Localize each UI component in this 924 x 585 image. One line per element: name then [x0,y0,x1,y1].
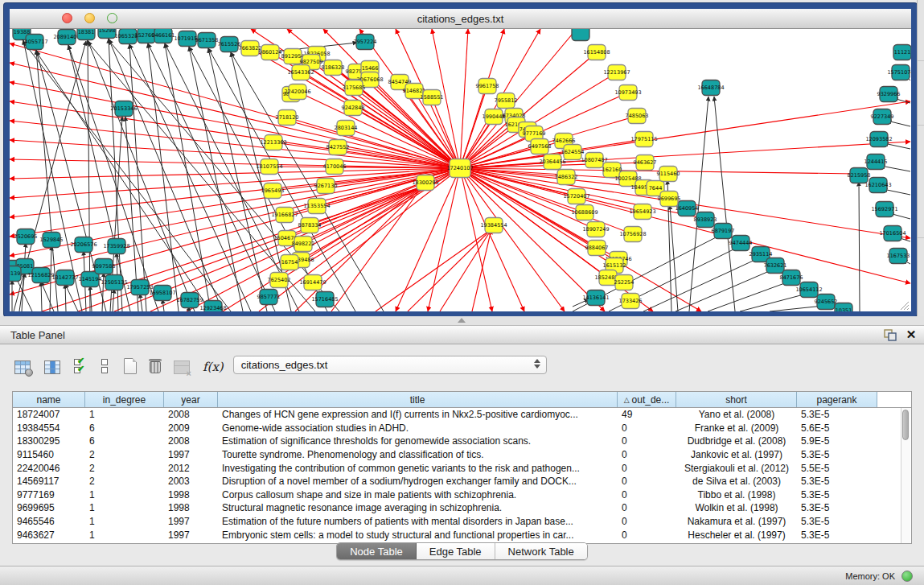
graph-node[interactable]: 10973493 [614,85,641,101]
table-row[interactable]: 2242004622012Investigating the contribut… [13,461,911,475]
graph-node[interactable]: 2520695 [14,229,38,245]
delete-column-button[interactable] [149,355,162,374]
graph-node[interactable]: 10756928 [619,227,646,242]
scrollbar-thumb[interactable] [902,410,909,440]
graph-node[interactable]: 15716485 [311,292,338,307]
graph-node[interactable]: 1588551 [421,90,444,105]
graph-node[interactable]: 1640954 [676,201,699,216]
function-builder-button[interactable]: f(x) [203,355,224,374]
graph-node[interactable]: 8498222 [292,237,315,252]
graph-node[interactable]: 1733426 [619,294,643,309]
table-row[interactable]: 911546021997Tourette syndrome. Phenomeno… [13,448,911,462]
graph-node[interactable]: 8938923 [694,212,717,228]
graph-node[interactable]: 9474444 [729,236,753,251]
column-header-pagerank[interactable]: pagerank [797,392,877,407]
network-canvas[interactable]: 1938814055717208914061838115298106532871… [10,29,911,311]
graph-node[interactable]: 9115460 [657,167,680,182]
tab-network-table[interactable]: Network Table [495,543,587,559]
graph-node[interactable]: 9242848 [342,101,365,116]
graph-node[interactable]: 7625402 [268,273,291,288]
graph-node[interactable]: 7955812 [495,93,518,109]
graph-node[interactable]: 8215958 [848,168,871,183]
select-all-button[interactable]: ✔ ✔ [74,355,88,374]
graph-node[interactable]: 12505135 [101,275,127,290]
graph-node[interactable]: 9961758 [476,79,499,94]
graph-node[interactable]: 9245652 [815,295,838,310]
tab-node-table[interactable]: Node Table [337,543,417,559]
graph-node[interactable]: 20891406 [53,30,80,45]
graph-node[interactable]: 19384554 [480,218,507,233]
table-mode-button[interactable] [14,355,31,374]
table-selector-dropdown[interactable]: citations_edges.txt [233,356,547,374]
graph-node[interactable]: 6497568 [528,139,552,154]
graph-node[interactable]: 1965493 [261,183,285,199]
graph-node[interactable]: 9466161 [152,29,175,43]
minimize-window-button[interactable] [84,13,95,23]
graph-node[interactable]: 2718120 [276,110,299,126]
show-columns-button[interactable] [44,355,60,374]
graph-node[interactable]: 9329966 [877,87,901,102]
graph-node[interactable]: 1529845 [40,233,64,248]
graph-node[interactable]: 9699695 [658,192,681,207]
create-column-button[interactable] [124,355,137,374]
table-row[interactable]: 1456911722003Disruption of a novel membe… [13,475,911,488]
column-header-out_de...[interactable]: △out_de... [618,392,676,407]
tab-edge-table[interactable]: Edge Table [417,543,495,559]
table-row[interactable]: 977716911998Corpus callosum shape and si… [13,488,911,502]
column-header-name[interactable]: name [13,392,85,407]
graph-node[interactable]: 8471676 [780,270,803,286]
table-row[interactable]: 1872400712008Changes of HCN gene express… [13,408,911,422]
graph-node[interactable]: 1244415 [864,154,888,170]
graph-node[interactable] [572,29,589,41]
graph-node[interactable]: 15720407 [563,189,589,204]
graph-node[interactable]: 9860124 [259,45,282,60]
graph-node[interactable]: 16154808 [583,45,610,60]
graph-node[interactable]: 6879197 [712,224,735,239]
graph-node[interactable]: 10688609 [571,205,598,220]
graph-node[interactable]: 7486322 [555,170,578,185]
graph-node[interactable]: 9857771 [257,290,281,305]
graph-node[interactable]: 18107554 [256,159,282,175]
graph-node[interactable]: 9227349 [871,109,894,125]
graph-node[interactable]: 9671358 [195,33,219,48]
graph-node[interactable]: 11121 [893,45,911,60]
graph-node[interactable]: 14136141 [582,290,609,306]
zoom-window-button[interactable] [107,13,117,23]
graph-node[interactable]: 9267130 [314,179,338,194]
column-header-in_degree[interactable]: in_degree [85,392,164,407]
column-header-title[interactable]: title [218,392,618,407]
table-row[interactable]: 946362711997Embryonic stem cells: a mode… [13,528,911,542]
graph-node[interactable]: 4170046 [323,159,347,175]
graph-node[interactable]: 252254 [614,275,634,290]
graph-node[interactable]: 7957224 [354,35,377,50]
graph-node[interactable]: 3175685 [343,80,366,96]
column-header-short[interactable]: short [676,392,797,407]
table-row[interactable]: 1830029562008Estimation of significance … [13,435,911,448]
close-window-button[interactable] [62,13,72,23]
table-row[interactable]: 1938455462009Genome-wide association stu… [13,422,911,435]
graph-node[interactable]: 17975115 [630,132,657,147]
graph-node[interactable]: 33139 [10,266,21,282]
graph-node[interactable]: 9884067 [585,241,609,256]
graph-node[interactable]: 9097588 [92,259,116,274]
graph-node[interactable]: 18381 [77,29,95,40]
window-titlebar[interactable]: citations_edges.txt [10,9,911,29]
graph-node[interactable]: 17240107 [446,159,473,178]
graph-node[interactable]: 8878334 [298,218,322,233]
graph-node[interactable]: 8427552 [326,140,350,155]
table-row[interactable]: 946554611997Estimation of the future num… [13,515,911,529]
graph-node[interactable]: 8186328 [322,60,345,76]
vertical-scrollbar[interactable] [901,408,910,543]
close-panel-icon[interactable]: ✕ [903,328,919,342]
graph-node[interactable]: 2803144 [335,121,358,136]
table-row[interactable]: 969969511998Structural magnetic resonanc… [13,501,911,515]
float-panel-icon[interactable] [882,328,898,342]
graph-node[interactable]: 15751074 [887,65,911,80]
graph-node[interactable]: 15298 [98,29,116,39]
graph-node[interactable]: 1167533 [887,249,910,264]
graph-node[interactable]: 9463627 [634,155,657,171]
resize-grip[interactable] [901,302,909,310]
column-header-year[interactable]: year [164,392,218,407]
graph-node[interactable]: 7485063 [626,109,649,124]
graph-node[interactable]: 10351 [835,303,852,312]
